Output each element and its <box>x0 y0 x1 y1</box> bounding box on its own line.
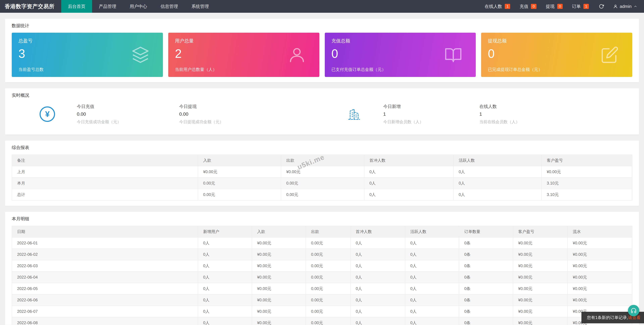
cell: 0人 <box>454 189 542 200</box>
cell: 0条 <box>459 283 513 294</box>
month-detail-panel: 本月明细 日期 新增用户 入款 出款 首冲人数 活跃人数 订单数量 客户盈亏 流… <box>5 212 639 325</box>
stat-cards: 总盈亏 3 当前盈亏总数 用户总量 2 当前用户总数量（人） 充值总额 0 已支… <box>12 33 632 77</box>
cell: ¥0.00元 <box>568 294 632 306</box>
column-header: 新增用户 <box>198 226 252 237</box>
book-icon <box>444 46 462 64</box>
cell: ¥0.00元 <box>513 306 568 317</box>
cell: 0条 <box>459 272 513 283</box>
table-row: 2022-06-02 0人 ¥0.00元 0.00元 0人 0人 0条 ¥0.0… <box>12 249 632 260</box>
cell: 上月 <box>12 166 198 178</box>
cell: 0.00元 <box>306 272 350 283</box>
cell: 0人 <box>405 260 459 272</box>
cell: 0人 <box>350 306 405 317</box>
recharge-badge: 0 <box>531 4 536 9</box>
nav-item-users[interactable]: 用户中心 <box>123 0 154 13</box>
nav-item-home[interactable]: 后台首页 <box>61 0 92 13</box>
stats-panel-title: 数据统计 <box>12 23 632 29</box>
nav-recharge-count[interactable]: 充值 0 <box>515 0 541 13</box>
cell: 3.10元 <box>542 189 632 200</box>
cell: ¥0.00元 <box>513 237 568 249</box>
cell: 0.00元 <box>306 283 350 294</box>
cell: ¥0.00元 <box>513 272 568 283</box>
cell: ¥0.00元 <box>252 306 306 317</box>
item-desc: 今日提现成功金额（元） <box>179 119 340 125</box>
main-menu: 后台首页 产品管理 用户中心 信息管理 系统管理 <box>61 0 216 13</box>
column-header: 客户盈亏 <box>513 226 568 237</box>
nav-item-info[interactable]: 信息管理 <box>154 0 185 13</box>
column-header: 流水 <box>568 226 632 237</box>
table-header-row: 日期 新增用户 入款 出款 首冲人数 活跃人数 订单数量 客户盈亏 流水 <box>12 226 632 237</box>
cell: ¥0.00元 <box>568 283 632 294</box>
column-header: 出款 <box>281 155 364 166</box>
nav-online-count[interactable]: 在线人数 1 <box>480 0 515 13</box>
nav-item-products[interactable]: 产品管理 <box>92 0 123 13</box>
cell: ¥0.00元 <box>542 166 632 178</box>
item-value: 0.00 <box>179 111 340 117</box>
online-badge: 1 <box>505 4 510 9</box>
user-icon <box>613 4 618 8</box>
cell: ¥0.00元 <box>252 249 306 260</box>
cell: 2022-06-02 <box>12 249 198 260</box>
layers-icon <box>131 46 150 64</box>
cell: 2022-06-01 <box>12 237 198 249</box>
realtime-item-withdraw: 今日提现 0.00 今日提现成功金额（元） <box>179 104 340 125</box>
card-label: 总盈亏 <box>18 38 156 44</box>
table-row: 2022-06-07 0人 ¥0.00元 0.00元 0人 0人 0条 ¥0.0… <box>12 306 632 317</box>
cell: 0条 <box>459 294 513 306</box>
cell: 0人 <box>405 294 459 306</box>
card-label: 充值总额 <box>332 38 469 44</box>
column-header: 备注 <box>12 155 198 166</box>
cell: 0条 <box>459 260 513 272</box>
cell: 0人 <box>198 237 252 249</box>
online-label: 在线人数 <box>485 3 502 9</box>
user-menu[interactable]: admin <box>609 0 644 13</box>
cell: 0.00元 <box>281 178 364 189</box>
cell: 0人 <box>350 283 405 294</box>
cell: ¥0.00元 <box>252 317 306 325</box>
realtime-row: ¥ 今日充值 0.00 今日充值成功金额（元） 今日提现 0.00 今日提现成功… <box>12 104 632 129</box>
table-row: 总计 0.00元 0.00元 0人 0人 3.10元 <box>12 189 632 200</box>
cell: 0.00元 <box>306 237 350 249</box>
column-header: 首冲人数 <box>364 155 454 166</box>
main-content: 数据统计 总盈亏 3 当前盈亏总数 用户总量 2 当前用户总数量（人） 充值总额 <box>0 19 644 325</box>
cell: ¥0.00元 <box>198 166 281 178</box>
brand-title: 香港数字资产交易所 <box>0 0 61 13</box>
cell: 0人 <box>198 294 252 306</box>
cell: ¥0.00元 <box>513 260 568 272</box>
cell: 0人 <box>198 317 252 325</box>
cell: ¥0.00元 <box>568 260 632 272</box>
cell: 0人 <box>350 237 405 249</box>
card-label: 用户总量 <box>175 38 313 44</box>
cell: 0.00元 <box>306 260 350 272</box>
cell: 0人 <box>405 272 459 283</box>
cell: 2022-06-06 <box>12 294 198 306</box>
card-desc: 当前用户总数量（人） <box>175 67 217 72</box>
cell: 0人 <box>350 317 405 325</box>
user-icon <box>288 46 306 64</box>
nav-item-system[interactable]: 系统管理 <box>185 0 216 13</box>
cell: 0人 <box>350 272 405 283</box>
navbar-right: 在线人数 1 充值 0 提现 0 订单 1 admin <box>480 0 644 13</box>
report-panel-title: 综合报表 <box>12 145 632 151</box>
table-row: 2022-06-03 0人 ¥0.00元 0.00元 0人 0人 0条 ¥0.0… <box>12 260 632 272</box>
card-desc: 已完成提现订单总金额（元） <box>488 67 542 72</box>
cell: 0人 <box>405 237 459 249</box>
cell: 0.00元 <box>198 178 281 189</box>
withdraw-badge: 0 <box>557 4 563 9</box>
table-row: 本月 0.00元 0.00元 0人 0人 3.10元 <box>12 178 632 189</box>
item-desc: 今日新增会员数（人） <box>383 119 479 125</box>
nav-withdraw-count[interactable]: 提现 0 <box>541 0 567 13</box>
month-panel-title: 本月明细 <box>12 216 632 222</box>
customer-service-button[interactable] <box>628 305 639 316</box>
item-value: 0.00 <box>77 111 179 117</box>
column-header: 出款 <box>306 226 350 237</box>
cell: 0人 <box>364 166 454 178</box>
column-header: 订单数量 <box>459 226 513 237</box>
nav-order-count[interactable]: 订单 1 <box>567 0 594 13</box>
refresh-button[interactable] <box>594 0 609 13</box>
column-header: 活跃人数 <box>405 226 459 237</box>
table-row: 2022-06-05 0人 ¥0.00元 0.00元 0人 0人 0条 ¥0.0… <box>12 283 632 294</box>
cell: ¥0.00元 <box>252 283 306 294</box>
cell: 0.00元 <box>281 189 364 200</box>
realtime-item-online: 在线人数 1 当前在线会员数（人） <box>480 104 632 125</box>
